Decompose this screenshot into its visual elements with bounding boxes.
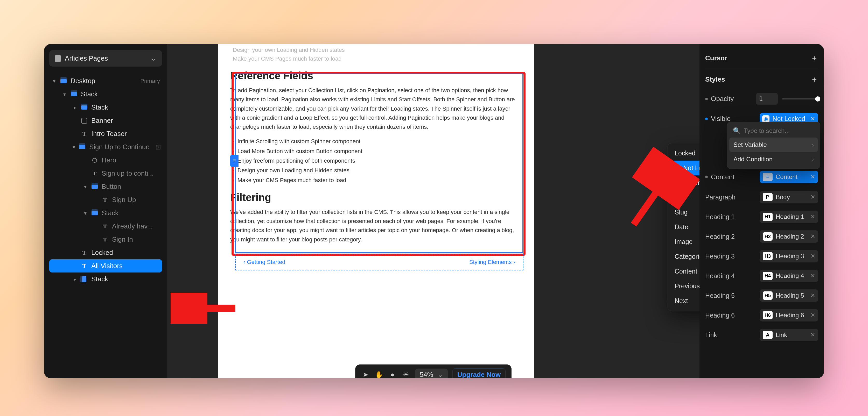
style-row-label: Heading 3 — [705, 252, 735, 260]
style-chip[interactable]: H3Heading 3✕ — [760, 250, 818, 263]
layer-node[interactable]: TSign Up — [49, 193, 162, 206]
hand-tool-icon[interactable]: ✋ — [375, 371, 383, 378]
context-menu-item[interactable]: Next› — [670, 293, 700, 308]
heading-reference-fields: Reference Fields — [230, 70, 522, 81]
paragraph: We've added the ability to filter your c… — [230, 207, 522, 244]
upgrade-button[interactable]: Upgrade Now — [453, 368, 506, 378]
layer-node[interactable]: TAll Visitors — [49, 259, 162, 273]
style-chip-label: Body — [776, 194, 790, 201]
layer-node[interactable]: ▸Stack — [49, 101, 162, 114]
content-badge-icon: ≡ — [763, 173, 773, 181]
context-menu-item[interactable]: Categories› — [670, 249, 700, 264]
context-menu-item[interactable]: Image› — [670, 235, 700, 249]
style-chip[interactable]: H6Heading 6✕ — [760, 309, 818, 321]
content-label: Content — [705, 173, 735, 181]
app-window: Articles Pages ⌄ ▾DesktopPrimary▾Stack▸S… — [44, 44, 824, 378]
component-icon — [91, 157, 98, 164]
section-title-styles: Styles — [705, 75, 725, 83]
heading-filtering: Filtering — [230, 192, 522, 203]
caret-icon[interactable]: ▾ — [83, 210, 88, 216]
layer-node[interactable]: ▾Stack — [49, 206, 162, 220]
opacity-input[interactable] — [756, 93, 778, 105]
content-chip-label: Content — [776, 173, 798, 180]
layer-node[interactable]: Banner — [49, 114, 162, 127]
layer-label: Intro Teaser — [91, 130, 127, 138]
caret-icon[interactable]: ▸ — [72, 276, 77, 282]
style-chip[interactable]: H4Heading 4✕ — [760, 270, 818, 282]
chevron-right-icon: › — [812, 142, 814, 148]
add-style-button[interactable]: ＋ — [810, 74, 818, 85]
style-chip-label: Heading 6 — [776, 312, 804, 319]
caret-icon[interactable]: ▾ — [62, 91, 67, 97]
tag-badge: H5 — [763, 291, 773, 300]
layer-node[interactable]: TSign In — [49, 233, 162, 246]
clear-icon[interactable]: ✕ — [810, 213, 815, 220]
layer-tree: ▾DesktopPrimary▾Stack▸StackBannerTIntro … — [49, 74, 162, 286]
context-menu-item[interactable]: Title› — [670, 190, 700, 205]
layer-secondary: Primary — [140, 78, 160, 84]
style-chip-label: Heading 4 — [776, 272, 804, 279]
caret-icon[interactable]: ▾ — [72, 144, 75, 150]
add-cursor-button[interactable]: ＋ — [810, 53, 818, 64]
caret-icon[interactable]: ▸ — [72, 104, 77, 111]
context-menu-item[interactable]: Locked — [670, 146, 700, 161]
clear-icon[interactable]: ✕ — [810, 312, 815, 319]
canvas[interactable]: Design your own Loading and Hidden state… — [167, 44, 700, 378]
opacity-slider[interactable] — [782, 98, 818, 100]
stack-icon — [81, 276, 88, 283]
clear-icon[interactable]: ✕ — [810, 233, 815, 240]
style-chip[interactable]: H1Heading 1✕ — [760, 211, 818, 223]
check-icon: ✓ — [675, 164, 680, 171]
cursor-tool-icon[interactable]: ➤ — [361, 371, 370, 378]
add-condition-option[interactable]: Add Condition › — [729, 152, 818, 167]
document-page[interactable]: Design your own Loading and Hidden state… — [218, 44, 534, 378]
set-variable-option[interactable]: Set Variable › — [729, 138, 818, 152]
layer-node[interactable]: TSign up to conti... — [49, 167, 162, 180]
theme-toggle-icon[interactable]: ☀ — [402, 371, 410, 378]
layer-node[interactable]: ▸Stack — [49, 273, 162, 286]
zoom-control[interactable]: 54% ⌄ — [415, 369, 448, 378]
clear-icon[interactable]: ✕ — [810, 194, 815, 201]
clear-icon[interactable]: ✕ — [810, 174, 815, 180]
context-menu-item[interactable]: Teaser Intro› — [670, 175, 700, 190]
layer-node[interactable]: TIntro Teaser — [49, 127, 162, 140]
style-chip[interactable]: PBody✕ — [760, 191, 818, 203]
properties-panel: Cursor ＋ Styles ＋ Opacity Visible ◉ Not — [700, 44, 824, 378]
style-chip[interactable]: H5Heading 5✕ — [760, 289, 818, 302]
layer-node[interactable]: ▾Button — [49, 180, 162, 193]
style-chip[interactable]: H2Heading 2✕ — [760, 230, 818, 243]
content-chip[interactable]: ≡ Content ✕ — [760, 171, 818, 183]
clear-icon[interactable]: ✕ — [810, 292, 815, 299]
context-menu-item[interactable]: Content› — [670, 264, 700, 279]
clear-icon[interactable]: ✕ — [810, 332, 815, 338]
comment-tool-icon[interactable]: ● — [388, 371, 397, 378]
style-chip-label: Heading 2 — [776, 233, 804, 240]
context-menu-item[interactable]: Previous› — [670, 279, 700, 293]
style-mapping-row: Heading 6H6Heading 6✕ — [705, 305, 818, 325]
page-selector[interactable]: Articles Pages ⌄ — [49, 50, 162, 67]
variable-search-popup[interactable]: 🔍 Set Variable › Add Condition › — [727, 122, 820, 169]
clear-icon[interactable]: ✕ — [810, 253, 815, 259]
context-menu-item[interactable]: Slug› — [670, 205, 700, 220]
selection-handle[interactable]: ≡ — [230, 155, 239, 167]
layer-node[interactable]: ▾Stack — [49, 88, 162, 101]
menu-item-label: Previous — [675, 282, 700, 289]
caret-icon[interactable]: ▾ — [52, 78, 57, 84]
style-chip[interactable]: ALink✕ — [760, 329, 818, 341]
clear-icon[interactable]: ✕ — [810, 273, 815, 279]
search-input[interactable] — [744, 127, 814, 134]
chevron-right-icon: › — [812, 157, 814, 163]
layer-node[interactable]: TAlready hav... — [49, 220, 162, 233]
layer-label: Locked — [91, 249, 113, 257]
context-menu-item[interactable]: Date› — [670, 220, 700, 235]
tag-badge: H6 — [763, 311, 773, 319]
variable-context-menu[interactable]: Locked✓Not LockedTeaser Intro›Title›Slug… — [668, 143, 700, 311]
context-menu-item[interactable]: ✓Not Locked — [670, 161, 700, 175]
layer-node[interactable]: TLocked — [49, 246, 162, 259]
clear-icon[interactable]: ✕ — [810, 115, 815, 122]
layer-label: Button — [102, 183, 121, 190]
layer-node[interactable]: ▾DesktopPrimary — [49, 74, 162, 88]
layer-node[interactable]: Hero — [49, 153, 162, 167]
layer-node[interactable]: ▾Sign Up to Continue⊞ — [49, 140, 162, 153]
caret-icon[interactable]: ▾ — [83, 184, 88, 190]
